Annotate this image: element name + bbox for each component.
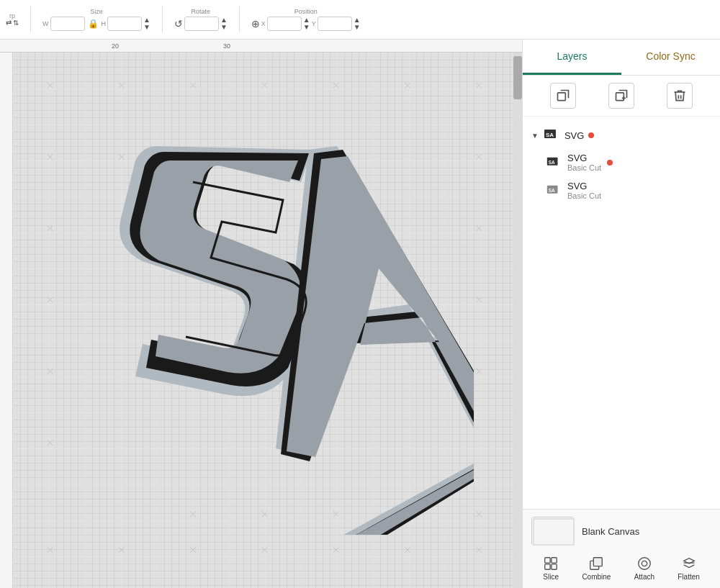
pos-x-input[interactable] xyxy=(267,17,302,31)
toolbar: rp ⇄ ⇅ Size W 🔒 H ▲▼ Rotate ↺ ▲▼ Positio… xyxy=(0,0,720,40)
svg-line-43 xyxy=(476,511,482,517)
bottom-actions: Slice Combine Attach xyxy=(531,551,711,584)
pos-y-arrow[interactable]: ▲▼ xyxy=(354,17,361,31)
svg-point-76 xyxy=(639,558,651,570)
combine-icon xyxy=(588,556,604,571)
svg-rect-70 xyxy=(545,558,550,563)
svg-line-31 xyxy=(476,368,482,374)
svg-line-7 xyxy=(262,83,268,89)
layer-child-2-name: SVG xyxy=(567,181,601,191)
layer-parent-svg[interactable]: ▼ SA SVG xyxy=(523,122,720,148)
flatten-btn[interactable]: Flatten xyxy=(678,556,700,581)
h-label: H xyxy=(102,20,107,27)
canvas-thumbnail xyxy=(531,517,575,546)
grid-canvas[interactable] xyxy=(13,53,513,588)
rotate-arrow[interactable]: ▲▼ xyxy=(220,17,228,31)
pos-x-arrow[interactable]: ▲▼ xyxy=(303,17,310,31)
svg-line-19 xyxy=(476,154,482,160)
svg-rect-59 xyxy=(616,93,624,101)
slice-btn[interactable]: Slice xyxy=(543,556,559,581)
svg-line-14 xyxy=(48,154,53,160)
attach-icon xyxy=(636,556,652,571)
svg-line-5 xyxy=(190,83,196,89)
pos-y-input[interactable] xyxy=(318,17,352,31)
layer-child-1[interactable]: SA SVG Basic Cut xyxy=(537,148,720,176)
size-arrow-up[interactable]: ▲▼ xyxy=(143,17,150,31)
delete-icon xyxy=(672,89,687,103)
svg-line-11 xyxy=(405,83,410,89)
svg-point-77 xyxy=(642,561,647,566)
tab-layers[interactable]: Layers xyxy=(523,40,621,75)
canvas-area[interactable]: 20 30 xyxy=(0,40,522,588)
panel-bottom: Blank Canvas Slice xyxy=(523,509,720,588)
svg-rect-68 xyxy=(532,517,575,546)
svg-line-24 xyxy=(48,297,53,303)
flip-left-btn[interactable]: ⇄ xyxy=(6,19,12,27)
layer-child-1-sub: Basic Cut xyxy=(567,163,601,172)
svg-rect-58 xyxy=(558,93,566,101)
svg-line-10 xyxy=(405,83,410,89)
size-group: Size W 🔒 H ▲▼ xyxy=(42,8,150,31)
svg-line-21 xyxy=(48,225,53,231)
delete-layer-btn[interactable] xyxy=(667,83,693,109)
svg-line-56 xyxy=(476,547,482,553)
svg-line-47 xyxy=(119,547,125,553)
svg-rect-72 xyxy=(545,564,550,569)
svg-line-50 xyxy=(262,547,268,553)
size-w-input[interactable] xyxy=(50,17,85,31)
layer-children: SA SVG Basic Cut SA xyxy=(537,148,720,204)
svg-line-33 xyxy=(48,440,53,445)
layer-child-1-name: SVG xyxy=(567,153,601,163)
svg-group-icon: SA xyxy=(543,127,560,144)
svg-line-20 xyxy=(48,225,53,231)
svg-rect-73 xyxy=(552,564,557,569)
add-layer-btn[interactable] xyxy=(608,83,634,109)
attach-label: Attach xyxy=(634,573,654,581)
svg-line-53 xyxy=(333,547,339,553)
svg-text:SA: SA xyxy=(546,132,554,138)
svg-line-4 xyxy=(190,83,196,89)
panel-icon-row xyxy=(523,76,720,117)
y-label: Y xyxy=(312,20,316,27)
layer-child-2-sub: Basic Cut xyxy=(567,191,601,200)
svg-rect-75 xyxy=(594,558,603,566)
slice-icon xyxy=(543,556,559,571)
canvas-thumbnail-row: Blank Canvas xyxy=(531,517,711,546)
x-label: X xyxy=(261,20,266,27)
w-label: W xyxy=(42,20,49,27)
duplicate-layer-btn[interactable] xyxy=(550,83,576,109)
svg-line-12 xyxy=(476,83,482,89)
add-icon xyxy=(614,89,629,103)
svg-line-44 xyxy=(48,547,53,553)
size-h-input[interactable] xyxy=(107,17,142,31)
svg-line-46 xyxy=(119,547,125,553)
svg-line-54 xyxy=(405,547,410,553)
flip-vertical-btn[interactable]: ⇅ xyxy=(13,19,19,27)
attach-btn[interactable]: Attach xyxy=(634,556,654,581)
combine-label: Combine xyxy=(582,573,611,581)
svg-line-55 xyxy=(405,547,410,553)
scrollbar-right[interactable] xyxy=(513,53,522,588)
position-label: Position xyxy=(294,8,318,15)
lock-icon[interactable]: 🔒 xyxy=(86,17,100,30)
tab-color-sync[interactable]: Color Sync xyxy=(621,40,720,75)
svg-line-18 xyxy=(476,154,482,160)
position-group: Position ⊕ X ▲▼ Y ▲▼ xyxy=(251,8,361,31)
svg-line-51 xyxy=(262,547,268,553)
layer-child-2-info: SVG Basic Cut xyxy=(567,181,601,200)
svg-child-1-icon: SA xyxy=(546,155,562,171)
rotate-input[interactable] xyxy=(184,17,219,31)
layer-child-2[interactable]: SA SVG Basic Cut xyxy=(537,176,720,204)
svg-text:SA: SA xyxy=(549,159,555,164)
layer-child-1-dot xyxy=(607,160,613,166)
scrollbar-thumb[interactable] xyxy=(513,56,522,99)
layer-parent-name: SVG xyxy=(564,130,584,141)
canvas-label: Blank Canvas xyxy=(582,526,639,537)
ruler-left xyxy=(0,53,13,588)
svg-child-2-icon: SA xyxy=(546,183,562,199)
duplicate-icon xyxy=(556,89,570,103)
svg-line-49 xyxy=(190,547,196,553)
flatten-label: Flatten xyxy=(678,573,700,581)
combine-btn[interactable]: Combine xyxy=(582,556,611,581)
svg-line-13 xyxy=(476,83,482,89)
